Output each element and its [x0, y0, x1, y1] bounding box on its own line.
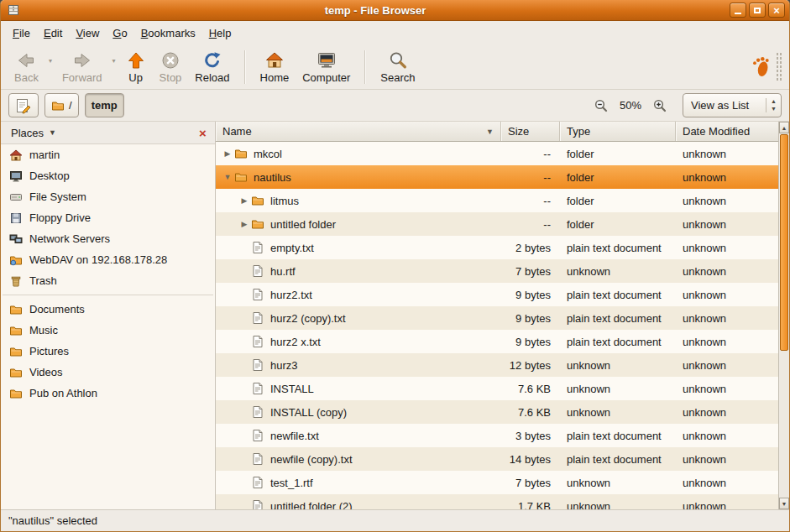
sidebar-item-network-servers[interactable]: Network Servers — [1, 228, 215, 249]
minimize-button[interactable] — [730, 3, 746, 18]
file-name-cell: ▼nautilus — [216, 170, 501, 184]
edit-location-button[interactable] — [8, 93, 39, 117]
menu-bookmarks[interactable]: Bookmarks — [134, 23, 202, 43]
sidebar-item-martin[interactable]: martin — [1, 144, 215, 165]
file-modified-cell: unknown — [676, 383, 778, 395]
file-list-rows: ▶mkcol--folderunknown▼nautilus--folderun… — [216, 142, 778, 509]
zoom-in-button[interactable] — [650, 98, 670, 113]
sidebar-item-label: Floppy Drive — [29, 211, 91, 224]
folder-icon — [234, 170, 248, 184]
table-row[interactable]: ▼nautilus--folderunknown — [216, 165, 778, 189]
toolbar-reload-button[interactable]: Reload — [188, 48, 236, 86]
toolbar-home-button[interactable]: Home — [254, 48, 296, 86]
sidebar-item-floppy-drive[interactable]: Floppy Drive — [1, 207, 215, 228]
sidebar-item-label: Desktop — [29, 170, 70, 182]
toolbar-grip[interactable] — [776, 52, 782, 82]
expander-collapsed-icon[interactable]: ▶ — [238, 196, 251, 205]
table-row[interactable]: test_1.rtf7 bytesunknownunknown — [216, 471, 778, 494]
menu-go[interactable]: Go — [106, 23, 133, 43]
table-row[interactable]: newfile (copy).txt14 bytesplain text doc… — [216, 447, 778, 471]
titlebar[interactable]: temp - File Browser × — [1, 0, 789, 21]
maximize-button[interactable] — [749, 3, 766, 18]
sidebar-item-pictures[interactable]: Pictures — [1, 341, 215, 362]
file-size-cell: 12 bytes — [501, 359, 560, 372]
toolbar-back-dropdown[interactable]: ▾ — [45, 57, 55, 76]
toolbar-stop-button[interactable]: Stop — [153, 48, 189, 86]
path-current-button[interactable]: temp — [85, 93, 124, 117]
zoom-out-button[interactable] — [591, 98, 611, 113]
view-mode-select[interactable]: View as List ▲▼ — [683, 93, 782, 117]
file-size-cell: 3 bytes — [501, 430, 560, 442]
scroll-up-button[interactable]: ▲ — [779, 122, 789, 133]
file-name-label: newfile.txt — [270, 430, 319, 442]
table-row[interactable]: untitled folder (2)1.7 KBunknownunknown — [216, 494, 778, 509]
toolbar-search-button[interactable]: Search — [374, 48, 421, 86]
column-header-modified[interactable]: Date Modified — [676, 122, 778, 141]
maximize-icon — [754, 8, 761, 13]
file-modified-cell: unknown — [676, 336, 778, 348]
file-name-label: hurz2 x.txt — [270, 336, 321, 348]
gnome-logo-icon — [751, 56, 772, 78]
table-row[interactable]: ▶untitled folder--folderunknown — [216, 212, 778, 236]
file-icon — [251, 264, 264, 278]
toolbar-forward-button[interactable]: Forward — [55, 48, 109, 86]
close-button[interactable]: × — [768, 3, 785, 18]
file-icon — [251, 288, 264, 301]
sidebar-item-desktop[interactable]: Desktop — [1, 165, 215, 186]
menu-file[interactable]: File — [6, 23, 37, 43]
table-row[interactable]: hurz312 bytesunknownunknown — [216, 353, 778, 377]
file-size-cell: 14 bytes — [501, 453, 560, 466]
file-size-cell: -- — [501, 171, 560, 184]
file-type-cell: unknown — [560, 500, 676, 510]
column-header-name[interactable]: Name ▼ — [216, 122, 501, 141]
toolbar-back-button[interactable]: Back — [8, 48, 45, 86]
column-header-size[interactable]: Size — [501, 122, 560, 141]
table-row[interactable]: hu.rtf7 bytesunknownunknown — [216, 259, 778, 283]
table-row[interactable]: hurz2.txt9 bytesplain text documentunkno… — [216, 283, 778, 306]
file-type-cell: unknown — [560, 359, 676, 372]
sidebar-item-label: Pictures — [29, 345, 69, 357]
column-header-type[interactable]: Type — [560, 122, 676, 141]
table-row[interactable]: INSTALL7.6 KBunknownunknown — [216, 377, 778, 400]
sidebar-item-file-system[interactable]: File System — [1, 186, 215, 207]
expander-collapsed-icon[interactable]: ▶ — [238, 220, 251, 228]
view-mode-label: View as List — [691, 99, 749, 112]
table-row[interactable]: INSTALL (copy)7.6 KBunknownunknown — [216, 400, 778, 424]
menu-help[interactable]: Help — [202, 23, 238, 43]
table-row[interactable]: hurz2 x.txt9 bytesplain text documentunk… — [216, 330, 778, 353]
path-root-button[interactable]: / — [44, 93, 79, 117]
places-selector[interactable]: Places ▼ — [6, 125, 61, 141]
toolbar-forward-dropdown[interactable]: ▾ — [109, 57, 119, 76]
scrollbar-thumb[interactable] — [780, 134, 788, 351]
stop-icon — [160, 50, 180, 70]
expander-expanded-icon[interactable]: ▼ — [221, 173, 234, 181]
sidebar-item-videos[interactable]: Videos — [1, 362, 215, 383]
file-name-label: hu.rtf — [270, 265, 296, 278]
sidebar-close-button[interactable]: × — [195, 125, 211, 141]
file-icon — [251, 452, 264, 466]
sidebar-item-documents[interactable]: Documents — [1, 299, 215, 320]
vertical-scrollbar[interactable]: ▲ ▼ — [778, 122, 789, 509]
table-row[interactable]: empty.txt2 bytesplain text documentunkno… — [216, 236, 778, 259]
sidebar-item-label: Network Servers — [29, 232, 110, 245]
menu-view[interactable]: View — [69, 23, 106, 43]
file-type-cell: folder — [560, 171, 676, 184]
table-row[interactable]: hurz2 (copy).txt9 bytesplain text docume… — [216, 306, 778, 330]
file-name-cell: hurz3 — [216, 358, 501, 372]
toolbar-computer-button[interactable]: Computer — [296, 48, 357, 86]
sidebar-item-webdav-on-192-168-178-28[interactable]: WebDAV on 192.168.178.28 — [1, 249, 215, 270]
menu-edit[interactable]: Edit — [37, 23, 69, 43]
sidebar-item-trash[interactable]: Trash — [1, 270, 215, 291]
table-row[interactable]: newfile.txt3 bytesplain text documentunk… — [216, 424, 778, 447]
zoom-out-icon — [594, 98, 609, 113]
table-row[interactable]: ▶mkcol--folderunknown — [216, 142, 778, 165]
toolbar-computer-label: Computer — [302, 71, 350, 84]
sidebar-item-pub-on-athlon[interactable]: Pub on Athlon — [1, 383, 215, 404]
toolbar-home-label: Home — [260, 71, 290, 84]
sidebar-item-music[interactable]: Music — [1, 320, 215, 341]
table-row[interactable]: ▶litmus--folderunknown — [216, 189, 778, 212]
scroll-down-button[interactable]: ▼ — [779, 498, 789, 509]
scrollbar-trough[interactable] — [779, 352, 789, 498]
expander-collapsed-icon[interactable]: ▶ — [221, 149, 234, 158]
toolbar-up-button[interactable]: Up — [119, 48, 153, 86]
